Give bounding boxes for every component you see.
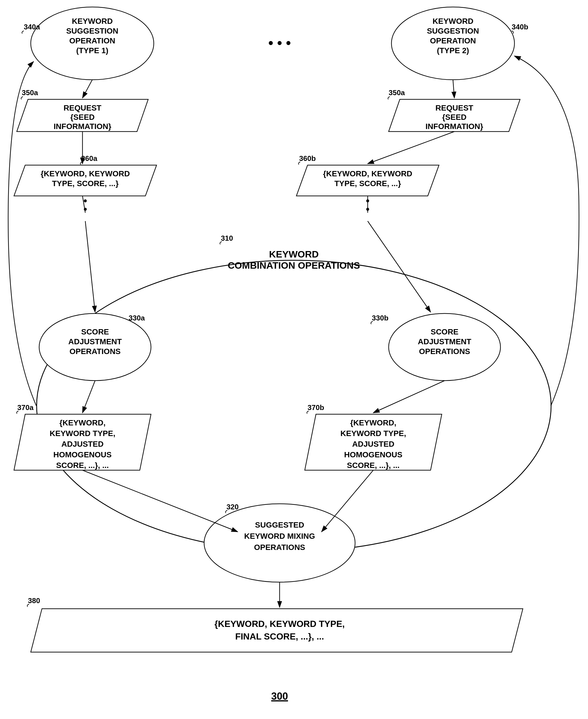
svg-text:370a: 370a — [17, 403, 34, 412]
svg-text:ADJUSTED: ADJUSTED — [62, 440, 104, 448]
svg-text:(TYPE 1): (TYPE 1) — [76, 46, 108, 55]
svg-text:OPERATION: OPERATION — [69, 36, 115, 45]
svg-text:370b: 370b — [308, 403, 324, 412]
svg-text:TYPE, SCORE, ...}: TYPE, SCORE, ...} — [334, 179, 401, 188]
svg-text:(TYPE 2): (TYPE 2) — [437, 46, 469, 55]
svg-text:HOMOGENOUS: HOMOGENOUS — [344, 450, 402, 459]
svg-text:OPERATIONS: OPERATIONS — [254, 543, 305, 552]
svg-text:KEYWORD TYPE,: KEYWORD TYPE, — [340, 429, 406, 438]
svg-text:OPERATION: OPERATION — [430, 36, 476, 45]
svg-text:300: 300 — [271, 691, 288, 702]
svg-text:OPERATIONS: OPERATIONS — [69, 347, 121, 356]
svg-line-84 — [373, 381, 445, 413]
svg-text:{KEYWORD,: {KEYWORD, — [350, 418, 397, 427]
svg-text:{KEYWORD, KEYWORD TYPE,: {KEYWORD, KEYWORD TYPE, — [214, 619, 345, 629]
svg-text:310: 310 — [221, 234, 233, 242]
svg-text:INFORMATION}: INFORMATION} — [54, 122, 111, 131]
svg-line-83 — [83, 381, 95, 413]
svg-text:KEYWORD MIXING: KEYWORD MIXING — [244, 532, 315, 540]
svg-text:FINAL SCORE, ...}, ...: FINAL SCORE, ...}, ... — [235, 632, 324, 641]
svg-text:REQUEST: REQUEST — [63, 103, 101, 112]
svg-text:• • •: • • • — [268, 35, 291, 51]
svg-text:{SEED: {SEED — [70, 113, 94, 121]
svg-text:COMBINATION OPERATIONS: COMBINATION OPERATIONS — [228, 260, 360, 271]
svg-text:{KEYWORD,: {KEYWORD, — [60, 418, 106, 427]
svg-text:350a: 350a — [388, 88, 405, 97]
svg-text:SUGGESTION: SUGGESTION — [66, 26, 119, 35]
svg-text:KEYWORD TYPE,: KEYWORD TYPE, — [50, 429, 115, 438]
svg-text:360a: 360a — [81, 154, 97, 163]
svg-line-75 — [83, 80, 92, 98]
svg-text:INFORMATION}: INFORMATION} — [425, 122, 483, 131]
svg-text:340a: 340a — [24, 23, 40, 31]
svg-marker-70 — [31, 609, 523, 652]
svg-text:REQUEST: REQUEST — [435, 103, 473, 112]
svg-line-86 — [321, 470, 373, 532]
svg-text:SUGGESTION: SUGGESTION — [427, 26, 479, 35]
svg-text:HOMOGENOUS: HOMOGENOUS — [54, 450, 111, 459]
svg-text:360b: 360b — [299, 154, 316, 163]
svg-text:KEYWORD: KEYWORD — [269, 249, 319, 259]
svg-line-76 — [453, 80, 454, 98]
svg-text:350a: 350a — [22, 88, 38, 97]
svg-text:{KEYWORD, KEYWORD: {KEYWORD, KEYWORD — [323, 169, 413, 178]
svg-text:330b: 330b — [372, 314, 388, 322]
svg-line-78 — [368, 132, 454, 164]
svg-line-80 — [85, 221, 95, 312]
svg-text:KEYWORD: KEYWORD — [72, 17, 113, 25]
svg-text:ADJUSTMENT: ADJUSTMENT — [418, 337, 471, 346]
svg-text:330a: 330a — [129, 314, 145, 322]
svg-text:SCORE, ...}, ...: SCORE, ...}, ... — [56, 461, 109, 470]
diagram-svg: 340a KEYWORD SUGGESTION OPERATION (TYPE … — [0, 0, 588, 719]
svg-text:SCORE: SCORE — [430, 327, 459, 336]
svg-text:380: 380 — [28, 596, 40, 605]
svg-text:320: 320 — [227, 503, 238, 511]
svg-text:340b: 340b — [512, 23, 528, 31]
svg-text:ADJUSTMENT: ADJUSTMENT — [68, 337, 122, 346]
svg-text:KEYWORD: KEYWORD — [433, 17, 474, 25]
svg-text:ADJUSTED: ADJUSTED — [352, 440, 395, 448]
svg-line-82 — [368, 221, 430, 312]
svg-text:TYPE, SCORE, ...}: TYPE, SCORE, ...} — [52, 179, 119, 188]
svg-text:OPERATIONS: OPERATIONS — [419, 347, 470, 356]
svg-text:SCORE: SCORE — [81, 327, 109, 336]
svg-text:SUGGESTED: SUGGESTED — [255, 521, 304, 529]
svg-text:{SEED: {SEED — [442, 113, 466, 121]
svg-line-85 — [83, 470, 238, 532]
svg-text:{KEYWORD, KEYWORD: {KEYWORD, KEYWORD — [41, 169, 130, 178]
diagram-container: 340a KEYWORD SUGGESTION OPERATION (TYPE … — [0, 0, 588, 719]
svg-text:SCORE, ...}, ...: SCORE, ...}, ... — [347, 461, 400, 470]
